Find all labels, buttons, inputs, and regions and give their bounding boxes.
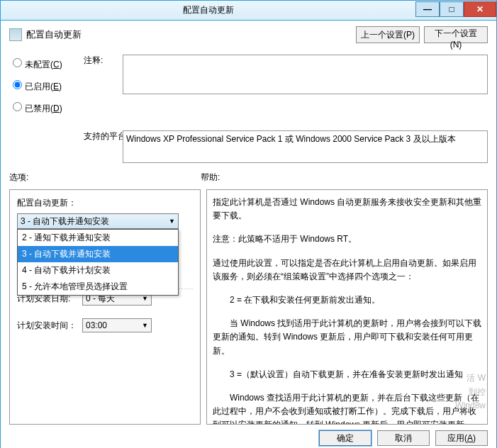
help-header: 帮助:: [201, 172, 220, 184]
schedule-time-row: 计划安装时间： 03:00▼: [17, 318, 193, 332]
radio-enabled[interactable]: 已启用(E): [9, 78, 84, 93]
panels: 配置自动更新： 3 - 自动下载并通知安装 ▼ 2 - 通知下载并通知安装 3 …: [1, 189, 496, 425]
help-text: 当 Windows 找到适用于此计算机的更新时，用户将会接到可以下载更新的通知。…: [213, 317, 484, 358]
platform-text[interactable]: Windows XP Professional Service Pack 1 或…: [123, 130, 488, 163]
help-text: 通过使用此设置，可以指定是否在此计算机上启用自动更新。如果启用该服务，则必须在“…: [213, 257, 484, 284]
config-update-label: 配置自动更新：: [17, 197, 193, 209]
platform-label: 支持的平台:: [84, 130, 123, 142]
dropdown-option-2[interactable]: 2 - 通知下载并通知安装: [18, 230, 178, 246]
combo-selected-value: 3 - 自动下载并通知安装: [21, 215, 109, 228]
maximize-button[interactable]: □: [440, 1, 464, 17]
content-area: 配置自动更新 上一个设置(P) 下一个设置(N) 未配置(C) 已启用(E) 已…: [1, 21, 496, 184]
radio-disabled-input[interactable]: [13, 102, 22, 111]
state-row: 未配置(C) 已启用(E) 已禁用(D) 注释:: [9, 55, 488, 128]
help-text: 指定此计算机是否通过 Windows 自动更新服务来接收安全更新和其他重要下载。: [213, 196, 484, 223]
dialog-window: 配置自动更新 — □ ✕ 配置自动更新 上一个设置(P) 下一个设置(N) 未配…: [0, 0, 497, 448]
note-label: 注释:: [84, 55, 123, 67]
ok-button[interactable]: 确定: [319, 430, 372, 446]
options-pane: 配置自动更新： 3 - 自动下载并通知安装 ▼ 2 - 通知下载并通知安装 3 …: [9, 189, 201, 425]
window-title: 配置自动更新: [1, 4, 415, 16]
dropdown-option-5[interactable]: 5 - 允许本地管理员选择设置: [18, 279, 178, 295]
settings-icon: [9, 28, 22, 41]
page-title: 配置自动更新: [26, 28, 352, 41]
config-update-dropdown[interactable]: 2 - 通知下载并通知安装 3 - 自动下载并通知安装 4 - 自动下载并计划安…: [17, 229, 179, 296]
dropdown-option-3[interactable]: 3 - 自动下载并通知安装: [18, 246, 178, 262]
apply-button[interactable]: 应用(A): [435, 430, 488, 446]
radio-not-configured-input[interactable]: [13, 58, 22, 67]
section-headers: 选项: 帮助:: [9, 172, 488, 184]
note-textarea[interactable]: [123, 55, 488, 94]
state-radio-group: 未配置(C) 已启用(E) 已禁用(D): [9, 55, 84, 122]
help-text: 3 =（默认设置）自动下载更新，并在准备安装更新时发出通知: [213, 368, 484, 381]
chevron-down-icon: ▼: [169, 218, 175, 225]
chevron-down-icon: ▼: [142, 295, 148, 302]
next-setting-button[interactable]: 下一个设置(N): [424, 26, 488, 43]
titlebar[interactable]: 配置自动更新 — □ ✕: [1, 1, 496, 21]
help-pane[interactable]: 指定此计算机是否通过 Windows 自动更新服务来接收安全更新和其他重要下载。…: [206, 189, 488, 425]
dropdown-option-4[interactable]: 4 - 自动下载并计划安装: [18, 262, 178, 279]
close-button[interactable]: ✕: [464, 1, 496, 17]
radio-not-configured[interactable]: 未配置(C): [9, 56, 84, 71]
schedule-time-label: 计划安装时间：: [17, 320, 77, 332]
radio-enabled-input[interactable]: [13, 80, 22, 89]
radio-disabled[interactable]: 已禁用(D): [9, 100, 84, 115]
help-text: 注意：此策略不适用于 Windows RT。: [213, 233, 484, 246]
platform-row: 支持的平台: Windows XP Professional Service P…: [9, 130, 488, 163]
cancel-button[interactable]: 取消: [377, 430, 430, 446]
help-text: 2 = 在下载和安装任何更新前发出通知。: [213, 293, 484, 307]
window-controls: — □ ✕: [415, 4, 496, 17]
schedule-time-combobox[interactable]: 03:00▼: [82, 318, 152, 332]
help-text: Windows 查找适用于此计算机的更新，并在后台下载这些更新（在此过程中，用户…: [213, 391, 484, 425]
minimize-button[interactable]: —: [415, 1, 440, 17]
options-header: 选项:: [9, 172, 201, 184]
config-combo-wrap: 3 - 自动下载并通知安装 ▼ 2 - 通知下载并通知安装 3 - 自动下载并通…: [17, 213, 193, 229]
chevron-down-icon: ▼: [142, 322, 148, 329]
config-update-combobox[interactable]: 3 - 自动下载并通知安装 ▼: [17, 213, 179, 229]
header-row: 配置自动更新 上一个设置(P) 下一个设置(N): [9, 26, 488, 43]
footer: 确定 取消 应用(A): [1, 425, 496, 448]
previous-setting-button[interactable]: 上一个设置(P): [356, 26, 420, 43]
